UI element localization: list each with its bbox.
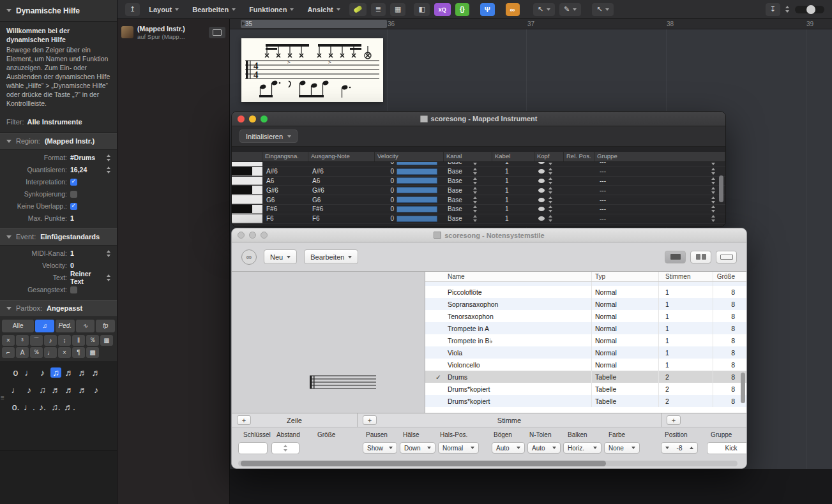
- notehead-icon[interactable]: [538, 162, 545, 164]
- note-value-button[interactable]: ♬: [64, 385, 75, 395]
- param-value[interactable]: #Drums: [70, 154, 106, 161]
- event-section-header[interactable]: Event: Einfügestandards: [0, 228, 117, 246]
- pencil-tool-select[interactable]: ✎: [559, 3, 581, 16]
- zoom-button[interactable]: [261, 115, 268, 122]
- note-value-button[interactable]: ♫.: [50, 402, 61, 412]
- note-value-button[interactable]: ♬: [50, 385, 61, 395]
- window1-titlebar[interactable]: scoresong - Mapped Instrument: [232, 112, 725, 126]
- note-value-button[interactable]: ♬: [64, 367, 75, 378]
- notehead-icon[interactable]: [538, 179, 545, 183]
- haelse-select[interactable]: Down: [400, 442, 435, 454]
- column-header-eingangsname[interactable]: Eingangsna.: [262, 152, 308, 161]
- horizontal-scrollbar[interactable]: [238, 461, 737, 466]
- vertical-scrollbar[interactable]: [719, 175, 723, 202]
- stepper-icon[interactable]: [106, 274, 112, 282]
- note-value-button[interactable]: ♪: [91, 385, 102, 395]
- piano-key[interactable]: [232, 195, 262, 204]
- stepper-icon[interactable]: [711, 196, 716, 204]
- partbox-tab-alle[interactable]: Alle: [2, 320, 34, 332]
- zoom-stepper[interactable]: [785, 5, 790, 13]
- stepper-icon[interactable]: [711, 214, 716, 223]
- track-display-button[interactable]: [209, 27, 225, 38]
- note-value-button[interactable]: ♬: [77, 367, 88, 378]
- partbox-symbol-button[interactable]: ⌐: [2, 347, 15, 358]
- partbox-tab-fp[interactable]: fp: [96, 320, 115, 332]
- output-note[interactable]: A#6: [308, 167, 375, 176]
- input-name[interactable]: F#6: [262, 205, 308, 214]
- rel-pos-value[interactable]: [564, 214, 594, 223]
- kanal-value[interactable]: Base: [448, 205, 462, 212]
- add-stimme-button[interactable]: +: [363, 415, 377, 425]
- gruppe-field[interactable]: Kick: [707, 442, 747, 454]
- kanal-value[interactable]: Base: [448, 187, 462, 194]
- piano-key[interactable]: [232, 167, 262, 176]
- input-name[interactable]: G#6: [262, 186, 308, 195]
- close-button[interactable]: [238, 232, 245, 239]
- kanal-value[interactable]: Base: [448, 215, 462, 222]
- piano-key[interactable]: [232, 162, 262, 167]
- piano-key[interactable]: [232, 205, 262, 214]
- staff-style-row[interactable]: Trompete in A Normal 1 8: [425, 322, 746, 334]
- stepper-icon[interactable]: [548, 196, 554, 204]
- partbox-symbol-button[interactable]: ×: [58, 347, 71, 358]
- partbox-tab-notes[interactable]: ♫: [35, 320, 54, 332]
- zoom-button[interactable]: [261, 232, 268, 239]
- output-note[interactable]: F6: [308, 214, 375, 223]
- mapping-row[interactable]: G6 G6 0 Base 1 ---: [232, 195, 725, 205]
- drag-handle-icon[interactable]: ≡: [1, 394, 4, 401]
- drum-notation-region[interactable]: 4 4 > >: [241, 38, 383, 102]
- input-name[interactable]: [262, 162, 308, 167]
- stepper-icon[interactable]: [711, 162, 716, 166]
- output-note[interactable]: G#6: [308, 186, 375, 195]
- filter-row[interactable]: Filter: Alle Instrumente: [0, 112, 117, 133]
- note-value-button[interactable]: ♪: [37, 367, 48, 378]
- partbox-symbol-button[interactable]: ⌒: [30, 335, 43, 346]
- velocity-value[interactable]: 0: [375, 177, 394, 184]
- kabel-value[interactable]: 1: [492, 167, 534, 176]
- notehead-icon[interactable]: [538, 207, 545, 211]
- column-header-ausgang-note[interactable]: Ausgang-Note: [308, 152, 375, 161]
- column-header-gruppe[interactable]: Gruppe: [594, 152, 725, 161]
- stepper-icon[interactable]: [711, 167, 716, 175]
- stepper-icon[interactable]: [473, 205, 478, 213]
- pointer-tool-select[interactable]: ↖: [533, 3, 555, 16]
- mapping-row[interactable]: G#6 G#6 0 Base 1 ---: [232, 186, 725, 195]
- minimize-button[interactable]: [249, 232, 256, 239]
- param-value[interactable]: 1: [70, 249, 106, 257]
- output-note[interactable]: F#6: [308, 205, 375, 214]
- mapping-row[interactable]: A6 A6 0 Base 1 ---: [232, 177, 725, 186]
- input-name[interactable]: G6: [262, 195, 308, 204]
- table-view-button[interactable]: ▦: [390, 3, 405, 16]
- note-value-button-selected[interactable]: ♫: [50, 367, 61, 378]
- minimize-button[interactable]: [249, 115, 256, 122]
- gruppe-value[interactable]: ---: [600, 162, 606, 165]
- velocity-bar[interactable]: [397, 196, 437, 203]
- menu-funktionen[interactable]: Funktionen: [245, 3, 298, 16]
- kabel-value[interactable]: 1: [492, 214, 534, 223]
- menu-bearbeiten[interactable]: Bearbeiten: [188, 3, 240, 16]
- velocity-value[interactable]: 0: [375, 205, 394, 212]
- stepper-icon[interactable]: [711, 177, 716, 185]
- kabel-value[interactable]: 1: [492, 177, 534, 186]
- stepper-icon[interactable]: [548, 214, 554, 223]
- note-value-button[interactable]: ♪: [24, 385, 34, 395]
- partbox-symbol-button[interactable]: ↕: [58, 335, 71, 346]
- note-value-button[interactable]: ♬: [91, 367, 102, 378]
- initialisieren-button[interactable]: Initialisieren: [239, 130, 298, 143]
- list-view-button[interactable]: ≣: [371, 3, 386, 16]
- eraser-tool-button[interactable]: ◧: [414, 3, 429, 16]
- gruppe-value[interactable]: ---: [600, 187, 606, 194]
- column-header-name[interactable]: Name: [425, 273, 591, 280]
- gruppe-value[interactable]: ---: [600, 196, 606, 204]
- abstand-field[interactable]: [271, 442, 299, 454]
- note-value-button[interactable]: o.: [10, 402, 21, 412]
- column-header-rel-pos[interactable]: Rel. Pos.: [564, 152, 594, 161]
- boegen-select[interactable]: Auto: [492, 442, 525, 454]
- partbox-symbol-button[interactable]: ▩: [86, 347, 99, 358]
- kabel-value[interactable]: 1: [492, 195, 534, 204]
- note-value-button[interactable]: ♬: [77, 385, 88, 395]
- column-header-kopf[interactable]: Kopf: [534, 152, 564, 161]
- stepper-icon[interactable]: [548, 205, 554, 213]
- partbox-symbol-button[interactable]: ％: [86, 335, 99, 346]
- note-value-button[interactable]: ♬.: [64, 402, 75, 412]
